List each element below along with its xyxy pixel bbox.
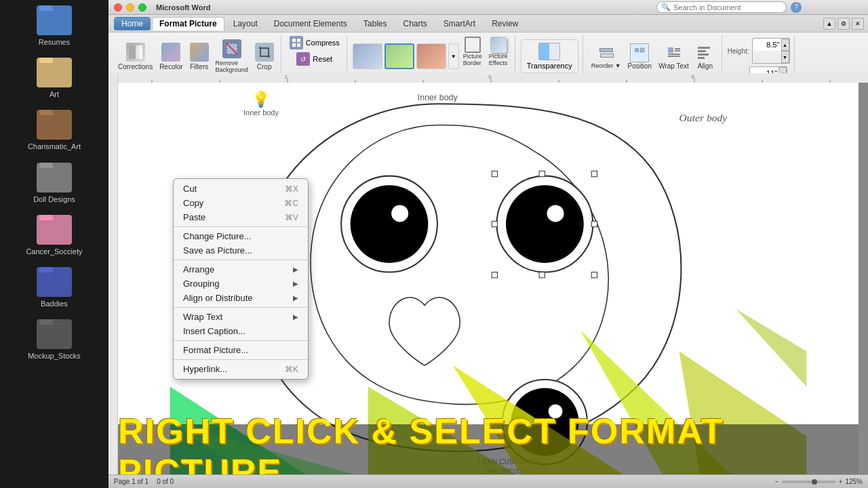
- svg-text:3: 3: [488, 74, 492, 80]
- separator-5: [174, 359, 308, 360]
- menu-item-insert-caption[interactable]: Insert Caption...: [174, 324, 308, 338]
- svg-rect-10: [668, 47, 673, 53]
- wrap-text-arrow: ▶: [293, 313, 298, 321]
- tab-document-elements[interactable]: Document Elements: [267, 17, 355, 30]
- sidebar-item-doll-designs[interactable]: Doll Designs: [0, 157, 108, 209]
- paste-label: Paste: [183, 212, 205, 222]
- menu-item-wrap-text[interactable]: Wrap Text ▶: [174, 310, 308, 324]
- sidebar: Resumes Art Charismatic_Art Doll Designs…: [0, 0, 108, 488]
- filters-button[interactable]: Filters: [187, 41, 212, 72]
- svg-text:6: 6: [692, 74, 695, 80]
- reorder-button[interactable]: Reorder ▼: [589, 42, 624, 70]
- position-button[interactable]: Position: [625, 42, 655, 71]
- height-down-button[interactable]: ▼: [781, 51, 789, 63]
- collapse-ribbon-button[interactable]: ▲: [823, 18, 835, 30]
- tab-row: Home Format Picture Layout Document Elem…: [108, 15, 868, 33]
- menu-item-save-as-picture[interactable]: Save as Picture...: [174, 243, 308, 258]
- picture-border-button[interactable]: PictureBorder: [460, 35, 485, 68]
- svg-point-35: [547, 205, 564, 222]
- sidebar-item-resumes[interactable]: Resumes: [0, 0, 108, 52]
- arrange-label: Arrange: [183, 264, 214, 274]
- reset-button[interactable]: ↺ Reset: [294, 52, 335, 66]
- tab-smartart[interactable]: SmartArt: [436, 17, 483, 30]
- folder-icon-art: [37, 58, 72, 87]
- search-input[interactable]: [673, 3, 782, 12]
- sidebar-item-label: Baddies: [41, 300, 68, 308]
- folder-icon-doll: [37, 163, 72, 192]
- wrap-text-label: Wrap Text: [658, 62, 689, 70]
- sidebar-item-charismatic-art[interactable]: Charismatic_Art: [0, 104, 108, 157]
- zoom-controls: − + 125%: [775, 478, 863, 485]
- tab-charts[interactable]: Charts: [395, 17, 434, 30]
- document-area: 1 3 6: [108, 73, 868, 488]
- transparency-button[interactable]: Transparency: [521, 39, 578, 73]
- picture-style-3[interactable]: [416, 43, 446, 69]
- corrections-button[interactable]: Corrections: [115, 41, 155, 72]
- sidebar-item-cancer-socciety[interactable]: Cancer_Socciety: [0, 209, 108, 262]
- compress-button[interactable]: Compress: [287, 35, 342, 50]
- menu-item-grouping[interactable]: Grouping ▶: [174, 277, 308, 291]
- titlebar: Microsoft Word 🔍 ?: [108, 0, 868, 15]
- wrap-text-button[interactable]: Wrap Text: [656, 42, 692, 71]
- hyperlink-label: Hyperlink...: [183, 364, 227, 374]
- picture-style-more[interactable]: ▼: [448, 43, 459, 69]
- app-title: Microsoft Word: [156, 3, 210, 12]
- main-area: Microsoft Word 🔍 ? Home Format Picture L…: [108, 0, 868, 488]
- menu-item-format-picture[interactable]: Format Picture...: [174, 343, 308, 357]
- tab-tables[interactable]: Tables: [356, 17, 395, 30]
- menu-item-copy[interactable]: Copy ⌘C: [174, 196, 308, 210]
- tab-layout[interactable]: Layout: [226, 17, 265, 30]
- help-button[interactable]: ?: [791, 2, 802, 13]
- svg-rect-36: [492, 171, 497, 176]
- align-button[interactable]: Align: [693, 42, 717, 71]
- menu-item-hyperlink[interactable]: Hyperlink... ⌘K: [174, 362, 308, 376]
- height-spinners: ▲ ▼: [781, 39, 789, 63]
- folder-icon-charismatic: [37, 110, 72, 140]
- recolor-button[interactable]: Recolor: [157, 41, 185, 72]
- tab-format-picture[interactable]: Format Picture: [152, 17, 224, 30]
- svg-rect-40: [539, 171, 545, 176]
- filters-icon: [190, 43, 209, 62]
- menu-item-arrange[interactable]: Arrange ▶: [174, 262, 308, 277]
- svg-rect-37: [591, 171, 597, 176]
- zoom-in-button[interactable]: +: [839, 478, 843, 485]
- crop-button[interactable]: Crop: [252, 41, 277, 72]
- close-button[interactable]: [114, 3, 122, 12]
- picture-style-1[interactable]: [353, 43, 382, 69]
- sidebar-item-baddies[interactable]: Baddies: [0, 262, 108, 314]
- folder-icon-mockup: [37, 319, 72, 349]
- cut-shortcut: ⌘X: [285, 184, 298, 194]
- sidebar-item-mockup-stocks[interactable]: Mockup_Stocks: [0, 314, 108, 366]
- svg-rect-41: [492, 221, 497, 226]
- menu-item-cut[interactable]: Cut ⌘X: [174, 182, 308, 196]
- minimize-button[interactable]: [126, 3, 134, 12]
- bottom-banner: RIGHT CLICK & SELECT FORMAT PICTURE: [118, 424, 859, 479]
- height-up-button[interactable]: ▲: [781, 39, 789, 51]
- sidebar-item-label: Charismatic_Art: [28, 142, 81, 151]
- hyperlink-shortcut: ⌘K: [285, 365, 298, 374]
- sidebar-item-art[interactable]: Art: [0, 52, 108, 104]
- paste-shortcut: ⌘V: [285, 213, 298, 222]
- recolor-icon: [161, 43, 180, 62]
- change-picture-label: Change Picture...: [183, 231, 251, 241]
- svg-rect-43: [539, 272, 545, 277]
- height-input[interactable]: [753, 39, 781, 51]
- tab-home[interactable]: Home: [114, 17, 151, 30]
- svg-rect-15: [118, 73, 868, 83]
- close-ribbon-button[interactable]: ✕: [852, 18, 864, 30]
- menu-item-paste[interactable]: Paste ⌘V: [174, 210, 308, 224]
- svg-rect-0: [129, 45, 136, 59]
- zoom-slider[interactable]: [782, 481, 836, 483]
- menu-item-change-picture[interactable]: Change Picture...: [174, 229, 308, 243]
- zoom-out-button[interactable]: −: [775, 478, 779, 485]
- settings-button[interactable]: ⚙: [837, 18, 850, 30]
- tab-review[interactable]: Review: [484, 17, 526, 30]
- menu-item-align-distribute[interactable]: Align or Distribute ▶: [174, 291, 308, 305]
- maximize-button[interactable]: [138, 3, 146, 12]
- svg-rect-5: [297, 39, 300, 42]
- picture-effects-button[interactable]: PictureEffects: [486, 35, 511, 68]
- reset-label: Reset: [313, 55, 332, 63]
- svg-rect-8: [635, 48, 639, 52]
- picture-style-2[interactable]: [384, 43, 414, 69]
- remove-background-button[interactable]: RemoveBackground: [213, 38, 251, 75]
